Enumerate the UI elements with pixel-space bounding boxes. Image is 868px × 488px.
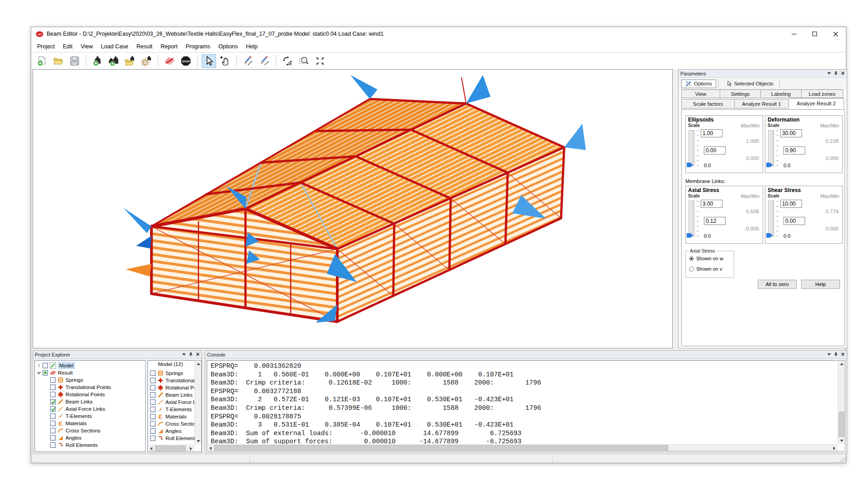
close-button[interactable] bbox=[825, 27, 846, 41]
checkbox-unchecked[interactable] bbox=[50, 413, 56, 419]
checkbox-unchecked[interactable] bbox=[50, 377, 56, 383]
menu-load-case[interactable]: Load Case bbox=[97, 42, 132, 52]
tree-item-roll-elements[interactable]: Roll Elements bbox=[50, 441, 145, 449]
scale-slider[interactable] bbox=[768, 201, 774, 237]
checkbox-unchecked[interactable] bbox=[150, 428, 156, 434]
minimize-button[interactable] bbox=[783, 27, 804, 41]
checkbox-unchecked[interactable] bbox=[150, 421, 156, 427]
selected-objects-toggle[interactable]: Selected Objects bbox=[724, 80, 777, 88]
menu-programs[interactable]: Programs bbox=[182, 42, 214, 52]
tree-item-translational-points[interactable]: Translational Points bbox=[50, 384, 145, 391]
draw-beam-button[interactable] bbox=[241, 54, 255, 68]
draw-link-button[interactable] bbox=[257, 54, 272, 68]
resize-grip-icon[interactable] bbox=[839, 456, 845, 462]
max-scale-input[interactable] bbox=[701, 129, 722, 137]
checkbox-unchecked[interactable] bbox=[150, 407, 156, 412]
model-viewport[interactable] bbox=[33, 69, 673, 348]
scale-slider[interactable] bbox=[689, 130, 694, 166]
scale-slider[interactable] bbox=[689, 201, 694, 237]
scroll-right-icon[interactable] bbox=[831, 445, 838, 451]
checkbox-unchecked[interactable] bbox=[150, 371, 156, 376]
result-tree[interactable]: Model Result Springs Translational Point… bbox=[34, 360, 146, 452]
menu-view[interactable]: View bbox=[76, 42, 97, 52]
project-explorer-header[interactable]: Project Explorer ✕ bbox=[33, 351, 202, 359]
vertical-scrollbar[interactable] bbox=[838, 361, 845, 444]
tree-item-model[interactable]: Model bbox=[37, 362, 145, 369]
close-icon[interactable]: ✕ bbox=[196, 352, 200, 357]
maximize-button[interactable] bbox=[804, 27, 825, 41]
add-load-case-button[interactable] bbox=[90, 54, 105, 68]
zoom-fit-button[interactable] bbox=[313, 54, 327, 68]
tree-item-angles[interactable]: Angles bbox=[50, 434, 145, 441]
checkbox-checked[interactable] bbox=[50, 399, 56, 404]
checkbox-unchecked[interactable] bbox=[150, 378, 156, 383]
scroll-down-icon[interactable] bbox=[838, 437, 845, 444]
chevron-down-icon[interactable] bbox=[827, 353, 831, 356]
tab-load-zones[interactable]: Load zones bbox=[802, 89, 843, 98]
max-scale-input[interactable] bbox=[780, 129, 802, 137]
horizontal-scrollbar[interactable] bbox=[207, 444, 838, 451]
list-item-translational-points[interactable]: Translational Points bbox=[150, 377, 202, 384]
checkbox-checked[interactable] bbox=[50, 406, 56, 412]
add-load-cases-button[interactable] bbox=[107, 54, 121, 68]
list-item-axial-force-links[interactable]: Axial Force Links bbox=[150, 399, 202, 406]
parameters-header[interactable]: Parameters ✕ bbox=[679, 70, 847, 78]
menu-edit[interactable]: Edit bbox=[59, 42, 77, 52]
list-item-roll-elements[interactable]: Roll Elements bbox=[150, 435, 202, 442]
min-scale-input[interactable] bbox=[783, 146, 805, 155]
list-item-rotational-points[interactable]: Rotational Points bbox=[150, 384, 202, 391]
menu-help[interactable]: Help bbox=[242, 42, 262, 52]
menu-result[interactable]: Result bbox=[132, 42, 156, 52]
min-scale-input[interactable] bbox=[704, 146, 726, 155]
console-output[interactable]: EPSPRQ= 0.0031362820 Beam3D: 1 0.560E-01… bbox=[207, 360, 845, 451]
checkbox-unchecked[interactable] bbox=[150, 399, 156, 405]
max-scale-input[interactable] bbox=[701, 200, 722, 208]
title-bar[interactable]: Beam Editor - D:\2_Projekte\Easy\2020\03… bbox=[31, 27, 846, 41]
pin-icon[interactable] bbox=[834, 352, 838, 357]
scroll-left-icon[interactable] bbox=[207, 445, 214, 451]
scroll-right-icon[interactable] bbox=[188, 445, 194, 452]
pin-icon[interactable] bbox=[834, 71, 838, 76]
scroll-up-icon[interactable] bbox=[838, 361, 845, 367]
close-icon[interactable]: ✕ bbox=[841, 352, 845, 357]
new-project-button[interactable] bbox=[35, 54, 49, 68]
list-item-materials[interactable]: EMaterials bbox=[150, 413, 202, 420]
list-item-cross-sections[interactable]: Cross Sections bbox=[150, 420, 202, 427]
pan-tool-button[interactable] bbox=[218, 54, 232, 68]
compute-load-case-button[interactable] bbox=[139, 54, 154, 68]
scale-slider[interactable] bbox=[768, 130, 774, 166]
menu-project[interactable]: Project bbox=[33, 42, 59, 52]
select-tool-button[interactable] bbox=[202, 54, 216, 68]
menu-report[interactable]: Report bbox=[156, 42, 182, 52]
radio-shown-on-v[interactable]: Shown on v bbox=[689, 266, 722, 272]
checkbox-unchecked[interactable] bbox=[50, 442, 56, 448]
tree-item-beam-links[interactable]: Beam Links bbox=[50, 398, 145, 405]
orbit-view-button[interactable] bbox=[280, 54, 295, 68]
save-project-button[interactable] bbox=[67, 54, 82, 68]
all-to-zero-button[interactable]: All to zero bbox=[758, 280, 797, 289]
tree-item-springs[interactable]: Springs bbox=[50, 376, 145, 384]
tab-analyze-result-1[interactable]: Analyze Result 1 bbox=[735, 99, 789, 108]
checkbox-partial[interactable] bbox=[42, 370, 48, 375]
show-results-button[interactable] bbox=[162, 54, 177, 68]
scroll-down-icon[interactable] bbox=[195, 438, 202, 445]
scroll-up-icon[interactable] bbox=[195, 361, 202, 367]
tab-labeling[interactable]: Labeling bbox=[761, 89, 802, 98]
tree-item-t-elements[interactable]: T-Elements bbox=[50, 413, 145, 420]
scrollbar-thumb[interactable] bbox=[214, 445, 668, 450]
close-icon[interactable]: ✕ bbox=[841, 71, 845, 76]
checkbox-unchecked[interactable] bbox=[150, 436, 156, 441]
min-scale-input[interactable] bbox=[704, 217, 726, 225]
scrollbar-thumb[interactable] bbox=[155, 446, 186, 451]
checkbox-unchecked[interactable] bbox=[150, 414, 156, 419]
tree-item-result[interactable]: Result bbox=[37, 369, 145, 376]
open-project-button[interactable] bbox=[51, 54, 66, 68]
menu-options[interactable]: Options bbox=[214, 42, 242, 52]
pin-icon[interactable] bbox=[189, 352, 193, 357]
list-item-angles[interactable]: Angles bbox=[150, 427, 202, 435]
scroll-left-icon[interactable] bbox=[148, 445, 155, 452]
zoom-window-button[interactable] bbox=[297, 54, 311, 68]
checkbox-unchecked[interactable] bbox=[50, 392, 56, 397]
tab-analyze-result-2[interactable]: Analyze Result 2 bbox=[789, 98, 844, 108]
radio-shown-on-w[interactable]: Shown on w bbox=[689, 256, 723, 261]
